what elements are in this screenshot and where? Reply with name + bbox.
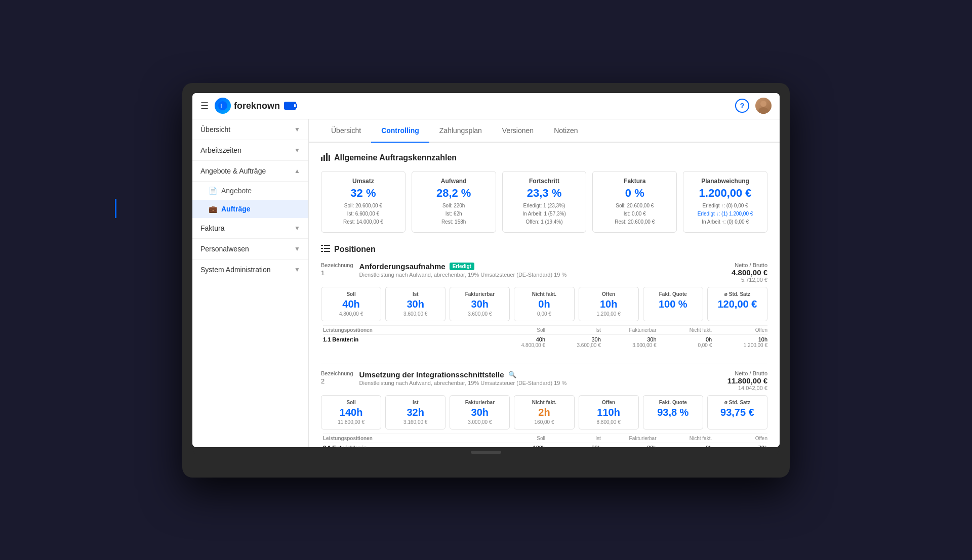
positionen-section-title: Positionen [321,245,767,254]
pos-1-brutto: 5.712,00 € [732,277,767,283]
pos-1-metrics: Soll 40h 4.800,00 € Ist 30h 3.600,00 € F… [321,287,767,321]
hamburger-icon[interactable]: ☰ [200,100,209,111]
angebote-label: Angebote [221,187,252,195]
kpi-planabweichung-value: 1.200,00 € [692,187,759,200]
svg-rect-10 [329,155,330,161]
pos-2-brutto: 14.042,00 € [727,385,767,391]
sidebar-item-uebersicht[interactable]: Übersicht ▼ [192,119,308,140]
leistung-header-2: Leistungspositionen Soll Ist Fakturierba… [323,434,767,443]
kpi-fortschritt-value: 23,3 % [511,187,578,200]
svg-rect-9 [326,153,328,161]
position-1-header: Bezeichnung 1 Anforderungsaufnahme Erled… [321,262,767,283]
auftraege-label: Aufträge [221,205,251,213]
position-1: Bezeichnung 1 Anforderungsaufnahme Erled… [321,262,767,350]
svg-rect-15 [321,251,323,252]
top-bar: ☰ f foreknown ? [192,93,780,119]
pos-1-bezeichnung-label: Bezeichnung [321,262,353,268]
pos-2-name: Umsetzung der Integrationsschnittstelle … [359,370,567,379]
svg-rect-4 [294,104,296,107]
pos-1-number: 1 [321,269,353,277]
chevron-icon: ▼ [294,266,300,273]
metric-offen-2: Offen 110h 8.800,00 € [579,395,639,429]
tab-versionen[interactable]: Versionen [492,119,544,143]
kpi-fortschritt-title: Fortschritt [511,178,578,185]
pos-1-badge: Erledigt [450,263,474,270]
tab-zahlungsplan[interactable]: Zahlungsplan [429,119,492,143]
svg-point-0 [218,101,227,110]
leistung-block-2: Leistungspositionen Soll Ist Fakturierba… [321,434,767,447]
kpi-section-title: Allgemeine Auftragskennzahlen [321,153,767,163]
pos-1-netto: 4.800,00 € [732,268,767,277]
pos-1-desc: Dienstleistung nach Aufwand, abrechenbar… [359,272,567,278]
metric-soll-1: Soll 40h 4.800,00 € [321,287,381,321]
list-icon [321,245,330,254]
sidebar-item-system-administration[interactable]: System Administration ▼ [192,260,308,280]
metric-ist-1: Ist 30h 3.600,00 € [385,287,446,321]
metric-soll-2: Soll 140h 11.800,00 € [321,395,381,429]
pos-2-netto-label: Netto / Brutto [727,370,767,376]
kpi-card-fortschritt: Fortschritt 23,3 % Erledigt: 1 (23,3%) I… [502,171,587,233]
metric-fakt-quote-2: Fakt. Quote 93,8 % [643,395,703,429]
kpi-umsatz-details: Soll: 20.600,00 € Ist: 6.600,00 € Rest: … [330,202,397,226]
help-button[interactable]: ? [735,99,749,113]
leistung-row-1.1: 1.1 Berater:in 40h 4.800,00 € 30h 3.600,… [323,334,767,350]
sidebar-item-angebote[interactable]: 📄 Angebote [192,182,308,200]
kpi-card-aufwand: Aufwand 28,2 % Soll: 220h Ist: 62h Rest:… [412,171,496,233]
chevron-icon: ▼ [294,245,300,252]
sidebar-item-faktura[interactable]: Faktura ▼ [192,218,308,239]
tab-uebersicht[interactable]: Übersicht [321,119,371,143]
sidebar-item-personalwesen[interactable]: Personalwesen ▼ [192,239,308,260]
divider-1 [321,364,767,364]
avatar[interactable] [755,98,772,114]
tab-notizen[interactable]: Notizen [544,119,588,143]
pos-2-metrics: Soll 140h 11.800,00 € Ist 32h 3.160,00 €… [321,395,767,429]
tab-controlling[interactable]: Controlling [371,119,429,143]
sidebar-item-arbeitszeiten[interactable]: Arbeitszeiten ▼ [192,140,308,161]
svg-rect-8 [323,155,325,161]
search-small-icon[interactable]: 🔍 [508,371,516,378]
metric-nicht-fakt-2: Nicht fakt. 2h 160,00 € [514,395,574,429]
pos-2-netto: 11.800,00 € [727,376,767,385]
kpi-planabweichung-details: Erledigt ↑: (0) 0,00 € Erledigt ↓: (1) 1… [692,202,759,226]
kpi-card-planabweichung: Planabweichung 1.200,00 € Erledigt ↑: (0… [683,171,767,233]
kpi-card-umsatz: Umsatz 32 % Soll: 20.600,00 € Ist: 6.600… [321,171,406,233]
position-2-header: Bezeichnung 2 Umsetzung der Integrations… [321,370,767,391]
svg-point-5 [760,101,766,107]
svg-rect-11 [321,245,323,246]
kpi-fortschritt-details: Erledigt: 1 (23,3%) In Arbeit: 1 (57,3%)… [511,202,578,226]
metric-fakturierbar-2: Fakturierbar 30h 3.000,00 € [450,395,510,429]
pos-1-name: Anforderungsaufnahme Erledigt [359,262,567,271]
briefcase-icon: 💼 [209,205,217,213]
leistung-header-1: Leistungspositionen Soll Ist Fakturierba… [323,325,767,334]
svg-rect-7 [321,157,322,161]
document-icon: 📄 [209,187,217,195]
kpi-umsatz-title: Umsatz [330,178,397,185]
app-title: foreknown [234,101,280,111]
kpi-card-faktura: Faktura 0 % Soll: 20.600,00 € Ist: 0,00 … [592,171,677,233]
chart-icon [321,153,330,163]
kpi-umsatz-value: 32 % [330,187,397,200]
leistung-block-1: Leistungspositionen Soll Ist Fakturierba… [321,325,767,350]
kpi-aufwand-title: Aufwand [420,178,488,185]
svg-rect-12 [324,245,330,246]
svg-point-6 [758,107,768,114]
pos-2-number: 2 [321,377,353,385]
metric-fakturierbar-1: Fakturierbar 30h 3.600,00 € [450,287,510,321]
pos-1-netto-label: Netto / Brutto [732,262,767,268]
sidebar-item-auftraege[interactable]: 💼 Aufträge [192,200,308,218]
metric-ist-2: Ist 32h 3.160,00 € [385,395,446,429]
content-area: Übersicht Controlling Zahlungsplan Versi… [309,119,780,447]
kpi-faktura-details: Soll: 20.600,00 € Ist: 0,00 € Rest: 20.6… [601,202,668,226]
kpi-planabweichung-title: Planabweichung [692,178,759,185]
logo: f foreknown [215,98,298,114]
sidebar-item-angebote-auftraege[interactable]: Angebote & Aufträge ▲ [192,161,308,182]
top-bar-right: ? [735,98,772,114]
content-body: Allgemeine Auftragskennzahlen Umsatz 32 … [309,143,780,447]
metric-offen-1: Offen 10h 1.200,00 € [579,287,639,321]
svg-rect-14 [324,248,330,249]
kpi-aufwand-details: Soll: 220h Ist: 62h Rest: 158h [420,202,488,226]
pos-2-desc: Dienstleistung nach Aufwand, abrechenbar… [359,380,567,386]
chevron-icon: ▼ [294,126,300,133]
positionen-title-text: Positionen [334,245,376,254]
pos-2-bezeichnung-label: Bezeichnung [321,370,353,376]
